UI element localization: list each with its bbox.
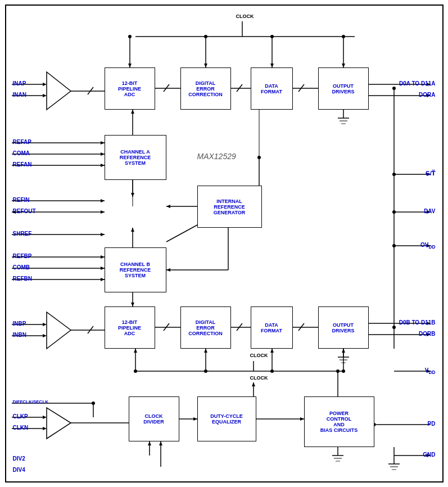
signal-D0B: D0B TO D11B bbox=[399, 319, 436, 326]
block-out-a: OUTPUTDRIVERS bbox=[318, 67, 369, 110]
clock-mid-label: CLOCK bbox=[245, 353, 273, 358]
chip-name: MAX12529 bbox=[197, 152, 236, 161]
svg-marker-26 bbox=[101, 152, 105, 156]
svg-marker-137 bbox=[43, 427, 47, 430]
svg-marker-138 bbox=[47, 408, 71, 439]
block-adc-a: 12-BITPIPELINEADC bbox=[105, 67, 155, 110]
svg-marker-60 bbox=[43, 323, 47, 326]
svg-point-118 bbox=[204, 369, 207, 373]
svg-point-87 bbox=[204, 35, 207, 38]
block-dec-b: DIGITALERRORCORRECTION bbox=[180, 306, 231, 349]
svg-marker-34 bbox=[101, 199, 105, 202]
block-clk-div: CLOCKDIVIDER bbox=[129, 396, 179, 441]
svg-marker-145 bbox=[193, 417, 197, 421]
svg-point-129 bbox=[134, 369, 137, 373]
signal-REFBN: REFBN bbox=[13, 276, 32, 282]
signal-D0A: D0A TO D11A bbox=[399, 80, 435, 87]
svg-point-102 bbox=[392, 244, 396, 247]
signal-DORA: DORA bbox=[419, 92, 435, 98]
signal-VDD: VDD bbox=[425, 367, 436, 375]
svg-marker-37 bbox=[101, 210, 105, 214]
signal-REFBP: REFBP bbox=[13, 253, 32, 259]
svg-marker-83 bbox=[128, 64, 132, 67]
signal-PD: PD bbox=[428, 421, 436, 427]
svg-line-12 bbox=[237, 84, 242, 92]
signal-INAP: INAP bbox=[13, 80, 26, 87]
svg-point-50 bbox=[257, 156, 261, 159]
svg-marker-125 bbox=[342, 349, 345, 353]
svg-marker-141 bbox=[148, 441, 151, 445]
signal-GT: G/T̅ bbox=[426, 170, 435, 177]
signal-REFOUT: REFOUT bbox=[13, 208, 36, 214]
block-dce: DUTY-CYCLEEQUALIZER bbox=[197, 396, 256, 441]
svg-line-5 bbox=[47, 84, 71, 91]
signal-DIV2: DIV2 bbox=[13, 456, 25, 462]
signal-GND: GND bbox=[423, 452, 435, 458]
svg-marker-128 bbox=[134, 349, 137, 353]
signal-REFAP: REFAP bbox=[13, 139, 31, 145]
svg-point-104 bbox=[392, 87, 396, 90]
svg-marker-123 bbox=[270, 349, 274, 353]
block-ref-a: CHANNEL AREFERENCESYSTEM bbox=[105, 135, 166, 180]
signal-COMB: COMB bbox=[13, 264, 30, 270]
svg-marker-1 bbox=[43, 83, 47, 86]
svg-marker-92 bbox=[342, 64, 345, 67]
signal-COMA: COMA bbox=[13, 150, 30, 156]
svg-line-10 bbox=[164, 84, 169, 92]
svg-marker-56 bbox=[131, 303, 134, 306]
svg-point-93 bbox=[342, 35, 345, 38]
block-out-b: OUTPUTDRIVERS bbox=[318, 306, 369, 349]
svg-marker-135 bbox=[43, 416, 47, 419]
svg-marker-3 bbox=[43, 94, 47, 97]
svg-marker-143 bbox=[159, 441, 162, 445]
diagram-container: CLOCK MAX12529 CLOCK CLOCK INAP INAN REF… bbox=[5, 4, 444, 483]
svg-marker-32 bbox=[131, 110, 134, 114]
block-pwr: POWERCONTROLANDBIAS CIRCUITS bbox=[304, 396, 374, 447]
svg-point-96 bbox=[392, 173, 396, 176]
block-fmt-a: DATAFORMAT bbox=[251, 67, 293, 110]
svg-marker-58 bbox=[131, 228, 134, 232]
svg-marker-45 bbox=[101, 278, 105, 281]
svg-point-84 bbox=[128, 35, 132, 38]
svg-line-65 bbox=[88, 326, 93, 333]
svg-point-99 bbox=[392, 210, 396, 214]
svg-line-51 bbox=[166, 225, 197, 242]
signal-DIFFCLK: DIFFCLK/SECLK bbox=[13, 399, 49, 404]
signal-DIV4: DIV4 bbox=[13, 467, 25, 473]
svg-marker-54 bbox=[166, 268, 170, 272]
svg-point-126 bbox=[342, 369, 345, 373]
svg-marker-43 bbox=[101, 267, 105, 270]
svg-point-133 bbox=[92, 402, 95, 405]
signal-INAN: INAN bbox=[13, 92, 26, 98]
signal-DORB: DORB bbox=[419, 331, 435, 337]
svg-marker-147 bbox=[300, 417, 304, 421]
svg-line-69 bbox=[237, 323, 242, 331]
svg-marker-86 bbox=[204, 64, 207, 67]
svg-line-67 bbox=[164, 323, 169, 331]
signal-INBP: INBP bbox=[13, 321, 26, 327]
svg-point-149 bbox=[336, 369, 340, 373]
svg-line-7 bbox=[101, 89, 105, 91]
signal-REFIN: REFIN bbox=[13, 197, 30, 203]
svg-marker-121 bbox=[204, 349, 207, 353]
svg-marker-39 bbox=[101, 233, 105, 236]
svg-point-90 bbox=[270, 35, 274, 38]
block-int-ref: INTERNALREFERENCEGENERATOR bbox=[197, 186, 262, 228]
signal-SHREF: SHREF bbox=[13, 231, 32, 237]
signal-CLKP: CLKP bbox=[13, 413, 28, 420]
clock-dce-label: CLOCK bbox=[245, 375, 273, 381]
svg-marker-28 bbox=[101, 164, 105, 167]
signal-CLKN: CLKN bbox=[13, 425, 29, 431]
svg-marker-4 bbox=[47, 72, 71, 110]
block-ref-b: CHANNEL BREFERENCESYSTEM bbox=[105, 247, 166, 292]
svg-point-119 bbox=[270, 369, 274, 373]
signal-REFAN: REFAN bbox=[13, 161, 32, 168]
block-adc-b: 12-BITPIPELINEADC bbox=[105, 306, 155, 349]
svg-line-71 bbox=[298, 323, 304, 331]
svg-marker-47 bbox=[166, 205, 170, 208]
clock-top-label: CLOCK bbox=[231, 13, 259, 19]
block-dec-a: DIGITALERRORCORRECTION bbox=[180, 67, 231, 110]
svg-marker-131 bbox=[252, 382, 255, 386]
signal-INBN: INBN bbox=[13, 332, 26, 338]
svg-marker-30 bbox=[131, 193, 134, 197]
